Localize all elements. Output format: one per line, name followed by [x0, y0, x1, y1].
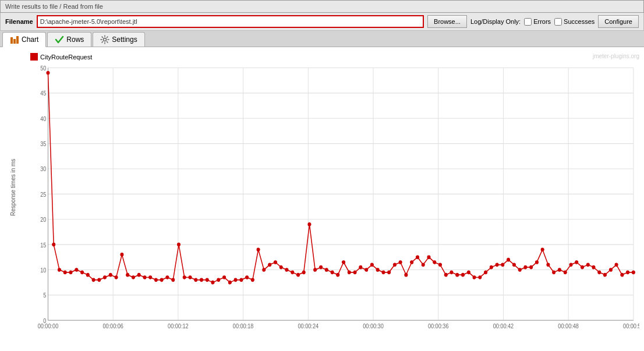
svg-point-95: [314, 268, 317, 272]
successes-checkbox-label[interactable]: Successes: [554, 18, 595, 26]
tab-chart[interactable]: Chart: [2, 32, 46, 47]
svg-point-87: [268, 263, 271, 267]
svg-point-145: [598, 271, 601, 274]
svg-text:30: 30: [40, 166, 46, 172]
svg-point-93: [302, 271, 305, 274]
svg-point-76: [206, 278, 208, 282]
svg-point-149: [621, 273, 624, 276]
svg-text:00:00:12: 00:00:12: [168, 322, 189, 329]
svg-text:25: 25: [40, 191, 46, 197]
errors-checkbox-label[interactable]: Errors: [524, 18, 551, 26]
svg-point-78: [217, 278, 220, 282]
svg-text:10: 10: [40, 267, 46, 274]
legend-color-box: [30, 53, 38, 61]
svg-point-131: [518, 268, 521, 272]
svg-text:35: 35: [40, 141, 46, 147]
browse-button[interactable]: Browse...: [427, 15, 467, 28]
legend: CityRouteRequest: [30, 53, 92, 61]
svg-point-55: [86, 273, 89, 276]
svg-point-111: [405, 273, 408, 276]
svg-point-96: [319, 265, 322, 269]
svg-point-112: [411, 261, 413, 264]
svg-point-3: [104, 38, 107, 41]
svg-point-139: [564, 271, 567, 274]
svg-point-49: [52, 243, 55, 246]
svg-text:00:00:18: 00:00:18: [233, 322, 254, 329]
filename-input[interactable]: [37, 15, 424, 28]
svg-point-143: [586, 263, 589, 267]
svg-point-133: [530, 265, 533, 269]
svg-point-59: [109, 273, 112, 276]
svg-point-79: [223, 276, 226, 279]
svg-point-135: [541, 248, 544, 251]
svg-point-125: [484, 271, 487, 274]
svg-point-129: [507, 258, 510, 261]
tab-settings-label: Settings: [112, 36, 137, 44]
header-title: Write results to file / Read from file: [5, 3, 103, 10]
svg-point-117: [438, 263, 441, 267]
svg-point-84: [251, 278, 254, 282]
svg-point-118: [444, 273, 447, 276]
svg-point-48: [47, 71, 49, 75]
tab-rows-label: Rows: [66, 36, 84, 44]
svg-point-82: [240, 278, 243, 282]
svg-point-137: [553, 271, 555, 274]
legend-label: CityRouteRequest: [40, 54, 92, 61]
svg-point-57: [98, 278, 101, 282]
svg-rect-2: [16, 36, 19, 44]
svg-point-132: [524, 265, 527, 269]
svg-point-73: [189, 276, 192, 279]
svg-point-107: [382, 271, 385, 274]
svg-point-101: [348, 271, 351, 274]
svg-point-142: [581, 265, 583, 269]
svg-point-75: [200, 278, 203, 282]
y-axis-label: Response times in ms: [10, 193, 16, 216]
configure-button[interactable]: Configure: [598, 15, 639, 28]
errors-checkbox[interactable]: [524, 18, 532, 26]
svg-point-86: [263, 268, 266, 272]
svg-point-60: [115, 276, 118, 279]
svg-point-150: [627, 271, 629, 274]
svg-text:00:00:24: 00:00:24: [298, 322, 319, 329]
svg-text:00:00:06: 00:00:06: [102, 322, 123, 329]
svg-text:00:00:36: 00:00:36: [428, 322, 449, 329]
svg-point-70: [172, 278, 175, 282]
svg-point-56: [92, 278, 95, 282]
svg-point-104: [365, 268, 368, 272]
svg-point-116: [433, 261, 436, 264]
svg-point-99: [337, 273, 339, 276]
svg-point-151: [632, 271, 635, 274]
svg-point-103: [359, 265, 362, 269]
svg-point-121: [462, 273, 465, 276]
svg-point-58: [104, 276, 107, 279]
svg-point-69: [166, 276, 169, 279]
svg-point-102: [353, 271, 356, 274]
svg-point-127: [496, 263, 498, 267]
tab-rows[interactable]: Rows: [47, 32, 91, 47]
svg-point-119: [450, 271, 453, 274]
log-display-label: Log/Display Only:: [470, 18, 521, 25]
svg-text:15: 15: [40, 242, 46, 248]
svg-point-106: [376, 268, 379, 272]
svg-point-63: [132, 276, 135, 279]
svg-point-120: [456, 273, 459, 276]
svg-point-134: [535, 261, 538, 264]
svg-point-72: [183, 276, 186, 279]
svg-point-80: [228, 281, 231, 284]
successes-checkbox[interactable]: [554, 18, 562, 26]
svg-point-90: [285, 268, 288, 272]
header-bar: Write results to file / Read from file: [0, 0, 644, 13]
svg-point-136: [547, 263, 550, 267]
svg-point-89: [279, 265, 282, 269]
tab-settings[interactable]: Settings: [93, 32, 144, 47]
svg-point-91: [291, 271, 294, 274]
watermark: jmeter-plugins.org: [593, 53, 639, 59]
svg-point-114: [422, 263, 424, 267]
tab-chart-label: Chart: [22, 36, 38, 44]
svg-text:20: 20: [40, 217, 46, 223]
svg-point-110: [399, 261, 402, 264]
svg-point-74: [194, 278, 197, 282]
svg-point-130: [512, 263, 515, 267]
svg-point-98: [331, 271, 334, 274]
svg-point-100: [342, 261, 345, 264]
